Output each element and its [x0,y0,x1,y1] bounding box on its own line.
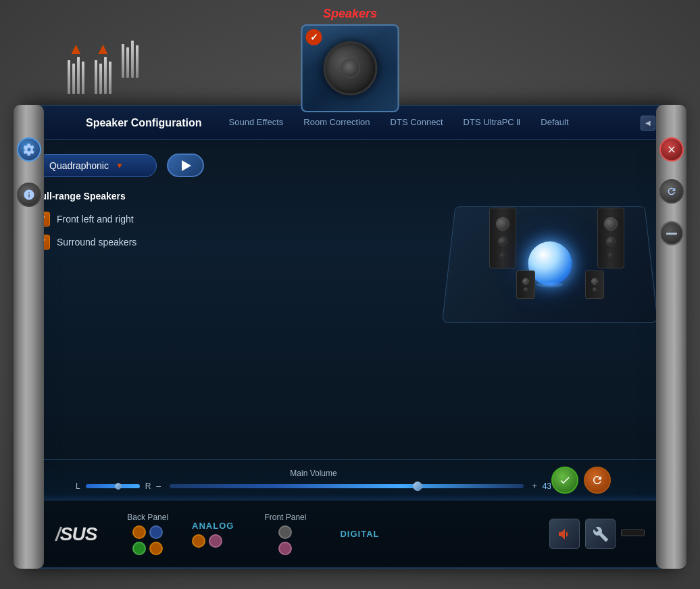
refresh-icon [666,186,677,197]
volume-label: Main Volume [76,469,551,478]
tab-scroll-left[interactable]: ◀ [641,116,655,131]
volume-value: 43 [543,481,551,491]
small-speaker-cone-r [591,278,598,285]
connector-body-2 [95,57,111,94]
side-panel-left [14,105,44,569]
connector-group-3 [122,41,139,94]
tab-sound-effects[interactable]: Sound Effects [219,106,294,139]
analog-section: ANALOG [192,521,234,548]
speaker-cone-top-r [604,217,618,231]
dropdown-value: Quadraphonic [49,160,109,171]
connector-group-1: ▲ [68,41,84,94]
connector-body-3 [122,41,139,78]
front-panel-section: Front Panel [264,513,306,555]
left-controls: Quadraphonic ▼ Full-range Speakers ✓ Fro… [35,154,435,486]
play-icon [182,160,191,171]
connector-group-2: ▲ [95,41,111,94]
jack-blue-1[interactable] [149,525,163,539]
bottom-action-buttons [551,467,611,494]
jack-analog-1[interactable] [192,534,205,548]
front-analog-jacks [278,542,292,555]
volume-bar: Main Volume L R – + 43 [22,459,678,500]
left-channel-slider[interactable] [86,484,140,488]
jack-front-1[interactable] [278,525,292,539]
analog-jacks [192,534,234,548]
front-panel-label: Front Panel [264,513,306,522]
dash-separator: – [156,481,161,491]
minimize-button[interactable] [659,221,684,245]
pin [99,64,102,94]
close-icon [666,144,677,155]
reset-icon [591,474,603,486]
asus-logo: /SUS [55,523,97,545]
speaker-cone-top [496,217,509,231]
reset-button[interactable] [584,467,611,494]
jack-front-analog[interactable] [278,542,292,555]
rear-right-speaker[interactable] [585,270,604,299]
speaker-cone-mid-r [606,237,616,246]
plus-label: + [532,481,537,491]
audio-config-button[interactable] [549,519,580,549]
minus-icon [666,233,677,235]
digital-port-area [621,529,645,539]
speaker-checkmark: ✓ [306,29,322,45]
gear-icon [23,143,35,156]
refresh-button[interactable] [659,179,684,204]
tab-default[interactable]: Default [530,106,578,139]
side-panel-right [656,105,686,569]
connector-arrow-1: ▲ [68,41,84,57]
info-button[interactable] [17,183,41,207]
back-panel-top-jacks [132,525,163,539]
jack-orange-2[interactable] [149,542,163,555]
main-volume-slider[interactable] [170,484,524,488]
surround-speakers-row: ✓ Surround speakers [35,235,422,250]
right-channel-label: R [145,481,151,491]
speaker-icon-box[interactable]: ✓ [301,24,399,112]
small-speaker-cone2 [524,287,528,291]
back-panel-bottom-jacks [132,542,163,555]
jack-green-1[interactable] [132,542,146,555]
small-speaker-cone [522,278,529,285]
speaker-title: Speakers [301,7,399,21]
ball-glow-base [536,282,564,287]
pin [104,57,107,94]
speaker-cone-bot-r [607,252,614,259]
surround-speakers-label: Surround speakers [57,237,136,248]
connector-body-1 [68,57,84,94]
speaker-graphic [323,41,377,95]
pin [68,60,70,94]
front-speakers-label: Front left and right [57,214,134,225]
front-left-speaker[interactable] [489,208,516,268]
speaker-config-dropdown[interactable]: Quadraphonic ▼ [35,154,157,177]
main-panel: Speaker Configuration Sound Effects Room… [20,105,680,569]
pin [82,62,84,94]
speaker-cone-mid [498,237,507,246]
pin [72,64,75,94]
front-right-speaker[interactable] [597,208,624,268]
footer-right-buttons [549,519,645,549]
jack-orange-1[interactable] [132,525,146,539]
jack-analog-2[interactable] [209,534,222,548]
tools-button[interactable] [585,519,616,549]
left-slider-thumb [115,483,122,490]
back-panel-section: Back Panel [127,513,168,555]
wrench-icon [593,526,609,542]
rear-left-speaker[interactable] [516,270,535,299]
audio-connectors-area: ▲ ▲ [68,41,139,94]
confirm-button[interactable] [551,467,578,494]
volume-row: L R – + 43 [76,481,551,491]
digital-label: DIGITAL [340,529,379,539]
close-button[interactable] [659,137,684,162]
speaker-diagram [435,154,665,323]
info-icon [23,189,35,201]
front-panel-jacks [278,525,292,539]
section-title: Speaker Configuration [76,117,212,129]
pin [131,41,134,78]
full-range-label: Full-range Speakers [35,191,422,202]
check-icon [559,474,571,486]
footer: /SUS Back Panel ANALOG Front Pa [42,500,658,567]
volume-section: Main Volume L R – + 43 [76,469,551,491]
tab-dts-ultrapc[interactable]: DTS UltraPC Ⅱ [453,106,531,139]
settings-button[interactable] [17,137,41,162]
test-audio-button[interactable] [167,154,204,177]
